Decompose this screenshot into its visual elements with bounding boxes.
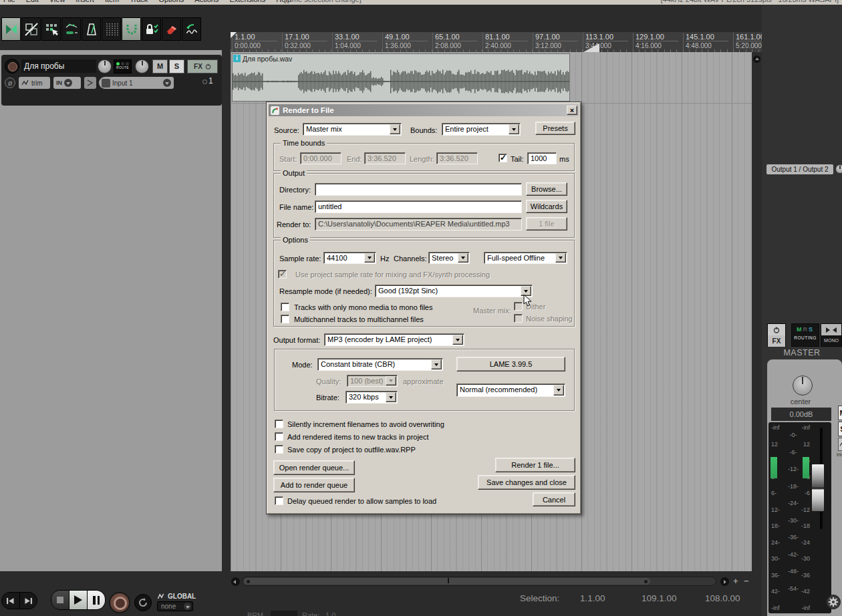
menu-actions[interactable]: Actions: [194, 0, 219, 3]
eraser-icon[interactable]: [162, 17, 181, 41]
envelope-points-icon[interactable]: [61, 17, 81, 41]
horizontal-scrollbar[interactable]: [242, 577, 716, 586]
stop-button[interactable]: [51, 591, 69, 609]
mono-tracks-checkbox[interactable]: [281, 303, 289, 311]
cancel-button[interactable]: Cancel: [533, 492, 575, 506]
repeat-button[interactable]: [134, 594, 152, 611]
render-speed-select[interactable]: Full-speed Offline: [484, 252, 567, 264]
save-copy-checkbox[interactable]: [275, 445, 283, 454]
render-file-button[interactable]: Render 1 file...: [495, 458, 575, 472]
menu-edit[interactable]: Edit: [26, 0, 39, 3]
bounds-select[interactable]: Entire project: [442, 123, 521, 136]
go-to-end-button[interactable]: [20, 593, 37, 609]
master-solo-button[interactable]: S: [838, 422, 842, 436]
master-output-chip[interactable]: Output 1 / Output 2: [766, 164, 833, 174]
go-to-start-button[interactable]: [2, 593, 19, 609]
timeline-ruler[interactable]: 1.1.000:00.00017.1.000:32.00033.1.001:04…: [231, 32, 765, 52]
silently-increment-checkbox[interactable]: [275, 420, 283, 428]
track-1-header[interactable]: Для пробы ROUTE M S FX ø trim IN: [1, 55, 222, 106]
track-mute-button[interactable]: M: [152, 59, 168, 73]
bpm-value-box[interactable]: [271, 611, 297, 616]
master-fader-handle[interactable]: [811, 464, 825, 512]
input-mode-button[interactable]: IN: [53, 77, 81, 89]
snap-magnet-icon[interactable]: [122, 17, 141, 41]
wildcards-button[interactable]: Wildcards: [526, 200, 567, 213]
master-pan-knob[interactable]: [793, 375, 813, 396]
delay-queued-checkbox[interactable]: [275, 496, 283, 505]
track-solo-button[interactable]: S: [169, 59, 184, 73]
crossfade-icon[interactable]: [1, 17, 21, 41]
add-rendered-checkbox[interactable]: [275, 432, 283, 441]
channels-select[interactable]: Stereo: [428, 252, 470, 264]
routing-matrix-button[interactable]: [84, 77, 96, 89]
menu-item[interactable]: Item: [105, 0, 119, 3]
menu-track[interactable]: Track: [130, 0, 148, 3]
save-changes-button[interactable]: Save changes and close: [478, 475, 575, 490]
menu-insert[interactable]: Insert: [76, 0, 94, 3]
play-button[interactable]: [69, 591, 87, 609]
scroll-up-icon[interactable]: [753, 55, 760, 63]
master-trim-button[interactable]: [838, 438, 842, 451]
ripple-edit-icon[interactable]: [41, 17, 61, 41]
open-render-queue-button[interactable]: Open render queue...: [273, 460, 355, 475]
phase-button[interactable]: ø: [5, 78, 15, 88]
record-arm-button[interactable]: [5, 59, 19, 73]
zoom-out-icon[interactable]: −: [744, 577, 749, 585]
close-icon[interactable]: ×: [567, 106, 577, 115]
item-info-icon[interactable]: i: [233, 55, 241, 62]
filename-input[interactable]: untitled: [315, 200, 522, 213]
lame-version-button[interactable]: LAME 3.99.5: [456, 357, 565, 371]
tail-input[interactable]: 1000: [527, 152, 557, 164]
sample-rate-select[interactable]: 44100: [323, 252, 376, 264]
presets-button[interactable]: Presets: [535, 122, 575, 135]
track-pan-knob[interactable]: [135, 59, 149, 73]
zoom-in-icon[interactable]: +: [733, 577, 738, 585]
add-to-render-queue-button[interactable]: Add to render queue: [273, 478, 355, 492]
selection-start-value[interactable]: 1.1.00: [580, 593, 605, 603]
trim-envelope-button[interactable]: trim: [19, 77, 50, 89]
scroll-right-icon[interactable]: [720, 577, 729, 586]
directory-input[interactable]: [315, 183, 522, 196]
route-button[interactable]: ROUTE: [114, 59, 132, 73]
automation-mode-select[interactable]: none: [157, 601, 193, 611]
master-volume-value[interactable]: 0.00dB: [771, 408, 831, 421]
master-fx-button[interactable]: FX: [767, 323, 786, 347]
global-automation[interactable]: GLOBAL none: [157, 593, 196, 611]
media-item[interactable]: i Для пробы.wav: [232, 53, 570, 102]
multichannel-checkbox[interactable]: [281, 315, 289, 323]
gear-icon[interactable]: [826, 595, 841, 609]
menu-view[interactable]: View: [49, 0, 65, 3]
selection-length-value[interactable]: 108.0.00: [705, 593, 740, 603]
track-fx-button[interactable]: FX: [187, 59, 218, 73]
master-mono-button[interactable]: MONO: [821, 323, 842, 347]
master-routing-button[interactable]: MRS ROUTING: [791, 323, 819, 347]
scrollbar-thumb[interactable]: [244, 578, 650, 585]
undo-wave-icon[interactable]: [182, 17, 201, 41]
tail-checkbox[interactable]: [499, 154, 507, 162]
grid-icon[interactable]: [102, 17, 121, 41]
rate-value[interactable]: 1.0: [325, 611, 335, 616]
browse-button[interactable]: Browse...: [526, 182, 567, 196]
output-knob[interactable]: [835, 164, 842, 174]
menu-file[interactable]: File: [3, 0, 15, 3]
quality-preset-select[interactable]: Normal (recommended): [456, 383, 565, 397]
bitrate-select[interactable]: 320 kbps: [345, 391, 398, 404]
menu-options[interactable]: Options: [158, 0, 184, 3]
track-input-selector[interactable]: Input 1: [99, 77, 174, 89]
vertical-scrollbar[interactable]: [752, 52, 761, 573]
grouping-icon[interactable]: [21, 17, 41, 41]
dialog-titlebar[interactable]: Render to File ×: [269, 104, 579, 116]
lock-icon[interactable]: [142, 17, 161, 41]
menu-extensions[interactable]: Extensions: [229, 0, 265, 3]
mode-select[interactable]: Constant bitrate (CBR): [317, 358, 443, 371]
track-volume-knob[interactable]: [98, 59, 112, 73]
scroll-left-icon[interactable]: [231, 577, 240, 586]
selection-end-marker[interactable]: [583, 43, 599, 52]
resample-select[interactable]: Good (192pt Sinc): [375, 285, 533, 297]
output-format-select[interactable]: MP3 (encoder by LAME project): [324, 333, 464, 346]
track-name-field[interactable]: Для пробы: [21, 59, 96, 73]
source-select[interactable]: Master mix: [303, 123, 402, 136]
selection-start-marker[interactable]: [231, 32, 237, 38]
master-mute-button[interactable]: M: [838, 406, 842, 420]
metronome-icon[interactable]: [82, 17, 101, 41]
